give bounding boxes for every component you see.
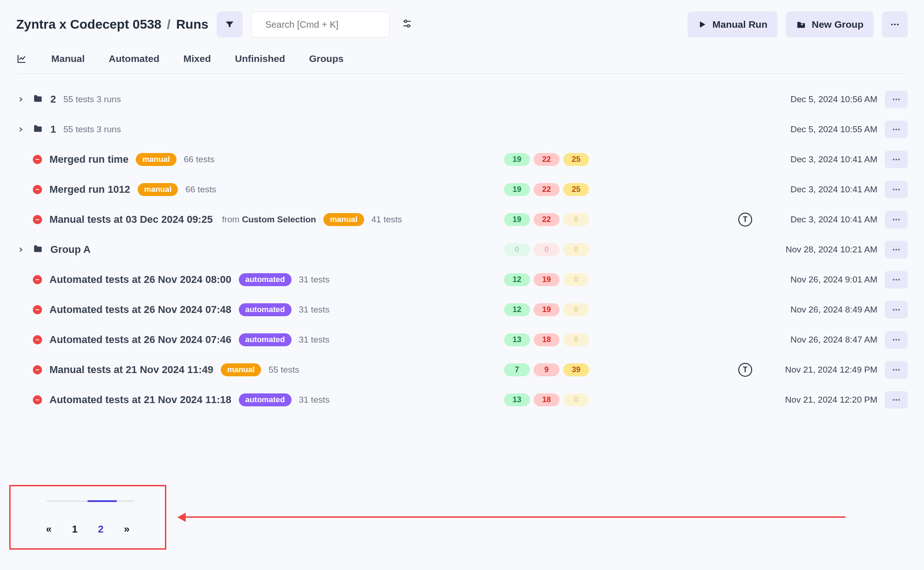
failed-count: 22 (534, 213, 559, 226)
run-name: Automated tests at 26 Nov 2024 07:46 (49, 334, 231, 346)
status-badge (33, 305, 42, 314)
run-timestamp: Nov 21, 2024 12:20 PM (771, 395, 877, 405)
row-menu-button[interactable] (885, 391, 908, 409)
run-timestamp: Dec 3, 2024 10:41 AM (771, 184, 877, 195)
status-badge (33, 185, 42, 194)
run-row[interactable]: Automated tests at 26 Nov 2024 08:00auto… (16, 264, 908, 294)
svg-point-11 (898, 98, 900, 100)
breadcrumb: Zyntra x Codecept 0538 / Runs (16, 17, 208, 32)
row-menu-button[interactable] (885, 271, 908, 288)
expand-toggle[interactable] (16, 126, 25, 133)
svg-point-35 (898, 339, 900, 340)
passed-count: 19 (504, 153, 530, 166)
svg-point-23 (898, 219, 900, 220)
svg-point-13 (895, 129, 897, 130)
search-box[interactable] (251, 12, 389, 37)
run-timestamp: Nov 26, 2024 8:49 AM (771, 305, 877, 315)
more-menu-button[interactable] (882, 12, 908, 37)
page-prev[interactable]: « (46, 523, 52, 535)
run-timestamp: Dec 5, 2024 10:56 AM (771, 94, 877, 104)
row-menu-button[interactable] (885, 301, 908, 319)
svg-point-26 (898, 249, 900, 250)
run-row[interactable]: Manual tests at 21 Nov 2024 11:49manual5… (16, 355, 908, 385)
run-tag: manual (136, 153, 176, 166)
folder-icon (33, 123, 43, 135)
status-badge (33, 395, 42, 405)
svg-point-33 (893, 339, 894, 340)
run-row[interactable]: Automated tests at 26 Nov 2024 07:48auto… (16, 294, 908, 325)
tab-unfinished[interactable]: Unfinished (235, 53, 286, 64)
run-meta: 31 tests (299, 335, 330, 345)
expand-toggle[interactable] (16, 96, 25, 103)
svg-point-20 (898, 189, 900, 190)
search-settings-button[interactable] (401, 18, 413, 31)
failed-count: 19 (534, 303, 559, 316)
pill-group: 7939 (504, 363, 606, 376)
manual-run-button[interactable]: Manual Run (687, 12, 778, 37)
run-name: Merged run 1012 (49, 184, 130, 196)
tab-automated[interactable]: Automated (109, 53, 159, 64)
filter-icon (225, 19, 235, 30)
svg-point-37 (895, 369, 897, 370)
page-next[interactable]: » (124, 523, 129, 535)
svg-point-14 (898, 129, 900, 130)
page-header: Zyntra x Codecept 0538 / Runs Manual Run… (16, 12, 908, 37)
tab-manual[interactable]: Manual (51, 53, 85, 64)
manual-run-label: Manual Run (712, 19, 767, 30)
svg-point-4 (405, 20, 407, 23)
run-row[interactable]: Merged run 1012manual66 tests192225Dec 3… (16, 174, 908, 204)
run-timestamp: Nov 26, 2024 9:01 AM (771, 275, 877, 285)
run-row[interactable]: Manual tests at 03 Dec 2024 09:25from Cu… (16, 204, 908, 234)
run-row[interactable]: Group A000Nov 28, 2024 10:21 AM (16, 234, 908, 264)
run-timestamp: Dec 3, 2024 10:41 AM (771, 154, 877, 165)
row-menu-button[interactable] (885, 91, 908, 108)
run-row[interactable]: 155 tests 3 runsDec 5, 2024 10:55 AM (16, 114, 908, 144)
page-2[interactable]: 2 (98, 523, 103, 535)
passed-count: 12 (504, 273, 530, 286)
tab-groups[interactable]: Groups (309, 53, 344, 64)
search-input[interactable] (265, 19, 382, 30)
tab-mixed[interactable]: Mixed (183, 53, 211, 64)
run-tag: automated (239, 393, 292, 406)
assignee-badge[interactable]: T (738, 363, 752, 377)
run-tag: manual (221, 363, 261, 376)
svg-point-32 (898, 309, 900, 310)
run-meta: 31 tests (299, 275, 330, 285)
failed-count: 18 (534, 333, 559, 346)
breadcrumb-project[interactable]: Zyntra x Codecept 0538 (16, 17, 161, 32)
row-menu-button[interactable] (885, 211, 908, 228)
pill-group: 12190 (504, 303, 606, 316)
svg-point-38 (898, 369, 900, 370)
run-meta: 31 tests (299, 305, 330, 315)
new-group-button[interactable]: New Group (786, 12, 874, 37)
svg-point-6 (891, 24, 893, 25)
run-timestamp: Dec 3, 2024 10:41 AM (771, 215, 877, 225)
chart-tab-icon[interactable] (16, 53, 27, 64)
run-row[interactable]: Automated tests at 21 Nov 2024 11:18auto… (16, 385, 908, 415)
page-1[interactable]: 1 (72, 523, 78, 535)
row-menu-button[interactable] (885, 181, 908, 198)
row-menu-button[interactable] (885, 331, 908, 349)
run-row[interactable]: Automated tests at 26 Nov 2024 07:46auto… (16, 325, 908, 355)
row-menu-button[interactable] (885, 361, 908, 379)
run-name: Manual tests at 03 Dec 2024 09:25 (49, 214, 213, 226)
run-meta: 31 tests (299, 395, 330, 405)
run-row[interactable]: Merged run timemanual66 tests192225Dec 3… (16, 144, 908, 174)
assignee-badge[interactable]: T (738, 213, 752, 227)
expand-toggle[interactable] (16, 246, 25, 253)
svg-point-29 (898, 279, 900, 280)
run-meta: 55 tests (268, 365, 299, 375)
row-menu-button[interactable] (885, 121, 908, 138)
row-menu-button[interactable] (885, 151, 908, 168)
sliders-icon (401, 18, 413, 29)
pending-count: 0 (563, 273, 589, 286)
row-menu-button[interactable] (885, 241, 908, 258)
failed-count: 22 (534, 153, 559, 166)
run-row[interactable]: 255 tests 3 runsDec 5, 2024 10:56 AM (16, 84, 908, 114)
svg-point-19 (895, 189, 897, 190)
filter-button[interactable] (217, 12, 243, 37)
pill-group: 192225 (504, 183, 606, 196)
passed-count: 13 (504, 393, 530, 406)
run-name: 1 (50, 123, 56, 135)
run-timestamp: Nov 26, 2024 8:47 AM (771, 335, 877, 345)
